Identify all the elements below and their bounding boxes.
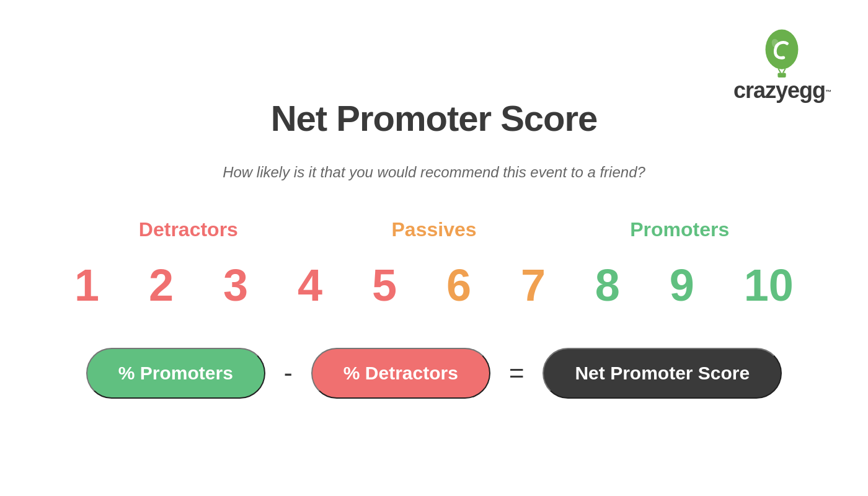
passives-label: Passives (392, 218, 477, 241)
logo-area: crazyegg™ (733, 25, 831, 104)
score-2[interactable]: 2 (149, 260, 174, 311)
subtitle: How likely is it that you would recommen… (223, 164, 645, 181)
score-5[interactable]: 5 (372, 260, 397, 311)
promoters-pill-button[interactable]: % Promoters (86, 348, 265, 399)
svg-line-2 (783, 69, 786, 73)
page-title: Net Promoter Score (271, 97, 598, 139)
score-1[interactable]: 1 (74, 260, 99, 311)
main-container: crazyegg™ Net Promoter Score How likely … (0, 0, 868, 496)
promoters-label: Promoters (630, 218, 729, 241)
score-8[interactable]: 8 (595, 260, 620, 311)
equals-operator: = (509, 358, 525, 388)
categories-row: Detractors Passives Promoters (62, 218, 806, 241)
score-7[interactable]: 7 (521, 260, 546, 311)
score-4[interactable]: 4 (298, 260, 322, 311)
score-3[interactable]: 3 (223, 260, 248, 311)
detractors-pill-button[interactable]: % Detractors (311, 348, 490, 399)
logo-text: crazyegg™ (733, 78, 831, 104)
detractors-label: Detractors (139, 218, 238, 241)
score-10[interactable]: 10 (744, 260, 794, 311)
svg-point-0 (766, 30, 799, 69)
crazyegg-logo-icon (760, 25, 804, 78)
numbers-row: 1 2 3 4 5 6 7 8 9 10 (50, 260, 818, 311)
formula-row: % Promoters - % Detractors = Net Promote… (86, 348, 782, 399)
nps-pill-button[interactable]: Net Promoter Score (542, 348, 782, 399)
content-area: Net Promoter Score How likely is it that… (0, 97, 868, 399)
minus-operator: - (284, 358, 293, 388)
svg-rect-3 (778, 73, 786, 78)
score-9[interactable]: 9 (670, 260, 694, 311)
score-6[interactable]: 6 (446, 260, 471, 311)
svg-line-1 (779, 69, 781, 73)
